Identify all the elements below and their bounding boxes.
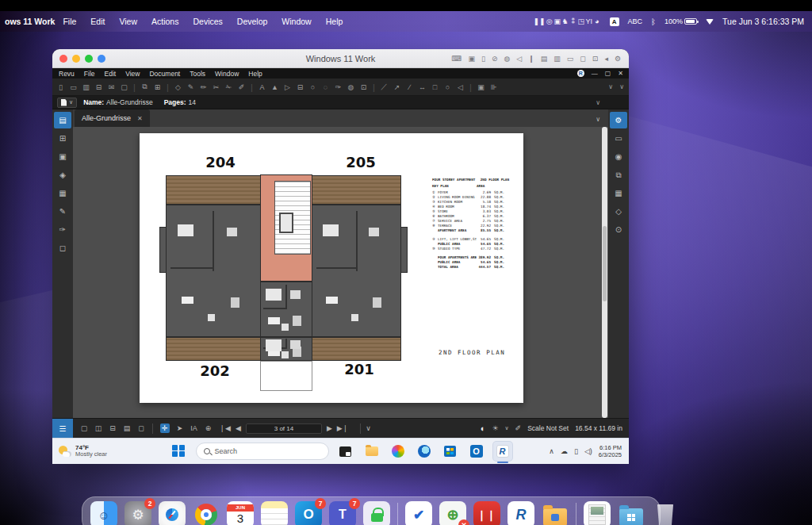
select-text-icon[interactable]: IA: [190, 424, 198, 432]
toolbar-overflow-chevron-icon[interactable]: ∨: [608, 83, 613, 90]
contrast-icon[interactable]: ◐: [481, 423, 486, 433]
toolbar-icon[interactable]: ✁: [225, 83, 232, 91]
pause-indicator-icon[interactable]: ❚❚: [534, 17, 546, 25]
bluetooth-icon[interactable]: ᛒ: [651, 17, 656, 26]
properties-chevron-icon[interactable]: ∨: [596, 99, 624, 106]
window-titlebar[interactable]: Windows 11 Work ⌨▣▯⊘◍◁❙▤▥▭◻⊡◂⚙: [52, 49, 629, 68]
dock-parallels[interactable]: ❘❘: [473, 501, 500, 525]
document-tab[interactable]: Alle-Grundrisse ✕: [75, 109, 150, 127]
dock-finder[interactable]: ☺: [90, 501, 117, 525]
toolbar-icon[interactable]: ✂: [213, 83, 220, 91]
menubar-clock[interactable]: Tue Jun 3 6:16:33 PM: [722, 17, 804, 26]
last-page-button[interactable]: ▶❘: [337, 424, 348, 432]
menu-window[interactable]: Window: [282, 17, 311, 26]
revu-menu-document[interactable]: Document: [149, 70, 180, 78]
taskbar-file-explorer[interactable]: [362, 442, 381, 461]
toolbar-icon[interactable]: A: [259, 83, 266, 91]
status-app-icon[interactable]: ◎: [546, 17, 553, 25]
panel-toggle-button[interactable]: ☰: [52, 419, 73, 439]
zoom-tool-icon[interactable]: ⊕: [205, 424, 213, 432]
toolbar-icon[interactable]: ▢: [121, 83, 128, 91]
page-slider[interactable]: 3 of 14: [246, 423, 322, 434]
dock-revu[interactable]: R: [508, 501, 534, 525]
vm-device-icon[interactable]: ⌨: [451, 55, 462, 63]
app-close-button[interactable]: ✕: [618, 70, 623, 77]
toolbar-icon[interactable]: ⧉: [141, 82, 148, 91]
side-by-side-icon[interactable]: ◫: [94, 424, 102, 432]
revu-menu-window[interactable]: Window: [215, 70, 239, 78]
dock-citrix[interactable]: ⊕✕: [439, 501, 466, 525]
toolbar-icon[interactable]: ◍: [347, 83, 354, 91]
continuous-icon[interactable]: ⊟: [109, 424, 117, 432]
dock-trash[interactable]: [652, 501, 679, 525]
dock-password-lock[interactable]: [363, 501, 390, 525]
layers-panel-icon[interactable]: ◈: [54, 167, 71, 183]
properties-panel-icon[interactable]: ⚙: [610, 112, 627, 128]
toolbar-icon[interactable]: ⊟: [297, 83, 304, 91]
browser-status-icon[interactable]: ◕: [593, 17, 601, 25]
wifi-icon[interactable]: [706, 19, 714, 25]
input-source-icon[interactable]: A: [610, 17, 619, 26]
dock-downloads[interactable]: [542, 501, 569, 525]
screen-capture-icon[interactable]: ▣: [553, 17, 561, 25]
taskbar-store[interactable]: [441, 442, 460, 461]
spaces-panel-icon[interactable]: ◇: [610, 203, 627, 220]
thumbnails-icon[interactable]: ▤: [123, 424, 131, 432]
vertical-scrollbar[interactable]: [602, 127, 607, 418]
menu-devices[interactable]: Devices: [193, 17, 222, 26]
toolbar-icon[interactable]: ▥: [82, 83, 90, 91]
toolbar-icon[interactable]: ▷: [284, 83, 291, 91]
pdf-page[interactable]: 204 205 202 203 201: [140, 133, 523, 403]
studio-panel-icon[interactable]: ◉: [610, 148, 627, 165]
vm-device-icon[interactable]: ⚙: [615, 55, 621, 63]
revu-menu-revu[interactable]: Revu: [59, 70, 75, 78]
toolbar-icon[interactable]: ✑: [335, 83, 342, 91]
windows-panel-icon[interactable]: ▦: [610, 185, 627, 201]
vm-device-icon[interactable]: ◂: [604, 55, 608, 63]
toolbar-icon[interactable]: □: [431, 83, 439, 91]
tab-close-icon[interactable]: ✕: [137, 115, 143, 122]
markups-list-panel-icon[interactable]: ✎: [54, 203, 71, 220]
scale-status[interactable]: Scale Not Set: [527, 424, 569, 432]
toolbar-icon[interactable]: ✏: [200, 83, 207, 91]
vm-device-icon[interactable]: ▤: [541, 55, 548, 63]
dock-notes[interactable]: [261, 501, 288, 525]
previous-page-button[interactable]: ◀: [236, 424, 241, 432]
fit-page-icon[interactable]: ◻: [137, 424, 145, 432]
dock-outlook[interactable]: O7: [295, 501, 322, 525]
toolbar-icon[interactable]: ⊟: [95, 83, 102, 91]
sets-panel-icon[interactable]: ⧉: [610, 167, 627, 183]
tray-expand-icon[interactable]: ∧: [549, 447, 554, 455]
tab-list-chevron-icon[interactable]: ∨: [596, 116, 608, 127]
vm-device-icon[interactable]: ⊡: [592, 55, 599, 63]
dock-chrome[interactable]: [193, 501, 220, 525]
vm-device-icon[interactable]: ◍: [504, 55, 510, 63]
toolbar-icon[interactable]: ∕: [406, 83, 413, 91]
toolbar-icon[interactable]: ⊡: [360, 83, 367, 91]
links-panel-icon[interactable]: ◻: [54, 240, 71, 256]
menu-file[interactable]: File: [63, 17, 76, 26]
vm-device-icon[interactable]: ▯: [481, 55, 485, 63]
dock-teams[interactable]: T7: [329, 501, 356, 525]
toolbar-icon[interactable]: ↗: [393, 83, 400, 91]
taskbar-clock[interactable]: 6:16 PM 6/3/2025: [599, 444, 622, 458]
yi-app-icon[interactable]: YI: [585, 17, 593, 25]
taskbar-search[interactable]: Search: [196, 443, 329, 460]
measure-icon[interactable]: ✐: [515, 424, 522, 432]
dock-preview-doc[interactable]: [584, 501, 611, 525]
tool-chest-panel-icon[interactable]: ▦: [54, 185, 71, 201]
brightness-icon[interactable]: ☀: [492, 424, 498, 432]
toolbar-icon[interactable]: ✎: [187, 83, 194, 91]
signatures-panel-icon[interactable]: ✑: [54, 221, 71, 238]
menu-help[interactable]: Help: [326, 17, 343, 26]
taskbar-outlook[interactable]: O: [467, 442, 486, 461]
onedrive-cloud-icon[interactable]: ☁: [561, 447, 568, 455]
search-panel-icon[interactable]: ⊙: [610, 221, 627, 238]
input-source-label[interactable]: ABC: [628, 17, 643, 25]
document-view[interactable]: 204 205 202 203 201: [73, 127, 608, 418]
revu-menu-edit[interactable]: Edit: [105, 70, 117, 78]
menu-edit[interactable]: Edit: [90, 17, 105, 26]
single-page-icon[interactable]: ▢: [80, 424, 88, 432]
app-maximize-button[interactable]: ▢: [605, 70, 611, 77]
dock-windows-folder[interactable]: [618, 501, 645, 525]
